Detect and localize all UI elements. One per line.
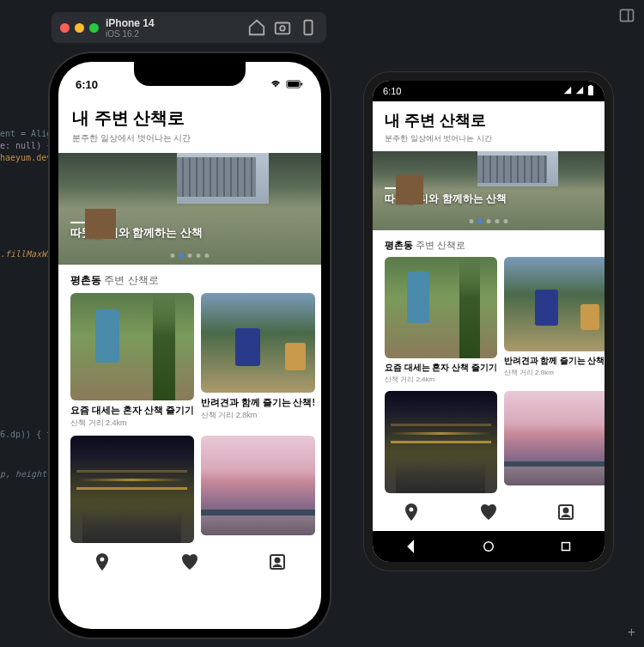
trail-card-image	[201, 293, 315, 393]
trail-card[interactable]: 요즘 대세는 혼자 산책 즐기기 산책 거리 2.4km	[70, 293, 194, 429]
svg-point-9	[276, 558, 280, 562]
trail-card-title: 반려견과 함께 즐기는 산책!	[504, 356, 605, 367]
hero-dot[interactable]	[487, 219, 491, 223]
simulator-os-version: iOS 16.2	[106, 29, 155, 39]
hero-dot[interactable]	[188, 253, 192, 258]
hero-dot[interactable]	[470, 219, 474, 223]
hero-caption: 따뜻한 티와 함께하는 산책	[70, 225, 203, 241]
app-content: 내 주변 산책로 분주한 일상에서 벗어나는 시간 따뜻한 티와 함께하는 산책…	[373, 101, 605, 531]
svg-rect-7	[301, 82, 303, 85]
simulator-toolbar: iPhone 14 iOS 16.2	[52, 12, 326, 43]
android-back-button[interactable]	[404, 539, 419, 554]
bottom-nav	[58, 543, 321, 584]
trail-card-distance: 산책 거리 2.4km	[70, 418, 194, 429]
android-home-button[interactable]	[481, 539, 496, 554]
app-header: 내 주변 산책로 분주한 일상에서 벗어나는 시간	[58, 100, 321, 153]
section-header: 평촌동 주변 산책로	[373, 230, 605, 257]
nav-heart-icon[interactable]	[478, 502, 499, 522]
android-recents-button[interactable]	[558, 539, 574, 554]
nav-location-icon[interactable]	[92, 552, 112, 572]
hero-dot[interactable]	[495, 219, 500, 223]
android-status-bar: 6:10	[373, 81, 605, 101]
minimize-window-button[interactable]	[75, 23, 84, 33]
app-content: 내 주변 산책로 분주한 일상에서 벗어나는 시간 따뜻한 티와 함께하는 산책…	[58, 100, 321, 584]
trail-card[interactable]: 반려견과 함께 즐기는 산책! 산책 거리 2.8km	[201, 293, 315, 429]
wifi-icon	[270, 78, 282, 91]
svg-rect-0	[621, 9, 634, 21]
hero-dot-active[interactable]	[478, 219, 483, 223]
hero-dot[interactable]	[197, 253, 201, 258]
trail-card-image	[70, 436, 194, 543]
trail-card-image	[201, 436, 315, 535]
hero-dot[interactable]	[504, 219, 508, 223]
trail-card-image	[504, 257, 605, 351]
signal-icon	[575, 86, 584, 96]
home-button[interactable]	[247, 18, 266, 37]
trail-card-grid: 요즘 대세는 혼자 산책 즐기기 산책 거리 2.4km 반려견과 함께 즐기는…	[58, 293, 321, 543]
nav-location-icon[interactable]	[401, 502, 422, 522]
nav-heart-icon[interactable]	[179, 552, 200, 572]
trail-card[interactable]: 요즘 대세는 혼자 산책 즐기기 산책 거리 2.4km	[385, 257, 497, 385]
code-fragment: .fillMaxWi	[0, 249, 52, 259]
trail-card-title: 요즘 대세는 혼자 산책 즐기기	[70, 405, 194, 417]
trail-card-image	[70, 293, 194, 400]
simulator-device-name: iPhone 14	[106, 17, 155, 29]
trail-card[interactable]	[201, 436, 315, 543]
android-system-nav	[373, 531, 605, 562]
trail-card[interactable]	[385, 391, 497, 493]
panel-toggle-icon[interactable]	[618, 7, 635, 24]
hero-banner[interactable]: 따뜻한 티와 함께하는 산책	[58, 153, 321, 265]
svg-rect-11	[590, 85, 592, 86]
code-fragment: 6.dp)) { t	[0, 430, 52, 439]
code-fragment: e: null) {	[0, 141, 52, 150]
code-fragment: p, height	[0, 469, 46, 479]
trail-card[interactable]	[504, 391, 605, 493]
hero-dot[interactable]	[205, 253, 210, 258]
hero-banner[interactable]: 따뜻한 티와 함께하는 산책	[373, 151, 605, 230]
signal-icon	[563, 86, 572, 96]
trail-card[interactable]	[70, 436, 194, 543]
hero-image-detail	[177, 157, 256, 197]
trail-card-distance: 산책 거리 2.8km	[504, 368, 605, 377]
svg-rect-15	[562, 543, 570, 551]
trail-card-image	[385, 257, 497, 359]
hero-dot[interactable]	[171, 253, 175, 258]
hero-accent-line	[385, 187, 407, 189]
hero-caption: 따뜻한 티와 함께하는 산책	[385, 192, 507, 206]
trail-card-distance: 산책 거리 2.4km	[385, 375, 497, 384]
location-name: 평촌동	[70, 274, 101, 286]
android-screen: 6:10 내 주변 산책로 분주한 일상에서 벗어나는 시간 따뜻한 티와 함께…	[373, 81, 605, 562]
hero-accent-line	[70, 222, 93, 223]
svg-rect-10	[588, 86, 593, 95]
screenshot-button[interactable]	[273, 18, 292, 37]
fullscreen-window-button[interactable]	[89, 23, 99, 33]
hero-dot-active[interactable]	[179, 253, 184, 258]
nav-profile-icon[interactable]	[267, 552, 288, 572]
trail-card[interactable]: 반려견과 함께 즐기는 산책! 산책 거리 2.8km	[504, 257, 605, 385]
battery-icon	[285, 78, 304, 91]
close-window-button[interactable]	[60, 23, 70, 33]
android-device-frame: 6:10 내 주변 산책로 분주한 일상에서 벗어나는 시간 따뜻한 티와 함께…	[364, 72, 613, 571]
svg-rect-4	[304, 21, 312, 35]
section-header: 평촌동 주변 산책로	[58, 265, 321, 293]
iphone-notch	[134, 62, 246, 86]
trail-card-distance: 산책 거리 2.8km	[201, 410, 315, 421]
trail-card-title: 요즘 대세는 혼자 산책 즐기기	[385, 363, 497, 374]
hero-pagination	[470, 219, 508, 223]
nav-profile-icon[interactable]	[556, 502, 576, 522]
section-suffix-text: 주변 산책로	[104, 274, 158, 286]
hero-image-detail	[477, 156, 547, 183]
page-subtitle: 분주한 일상에서 벗어나는 시간	[72, 132, 307, 144]
app-header: 내 주변 산책로 분주한 일상에서 벗어나는 시간	[373, 101, 605, 151]
code-fragment: haeyum.dev	[0, 153, 52, 162]
iphone-device-frame: 6:10 내 주변 산책로 분주한 일상에서 벗어나는 시간 따뜻한 티와 함께…	[50, 53, 330, 638]
bottom-nav	[373, 493, 605, 531]
trail-card-image	[504, 391, 605, 485]
location-name: 평촌동	[385, 240, 413, 250]
add-icon[interactable]: +	[628, 625, 635, 640]
trail-card-grid: 요즘 대세는 혼자 산책 즐기기 산책 거리 2.4km 반려견과 함께 즐기는…	[373, 257, 605, 493]
page-subtitle: 분주한 일상에서 벗어나는 시간	[385, 133, 592, 144]
battery-icon	[587, 85, 594, 97]
portrait-button[interactable]	[299, 18, 318, 37]
svg-rect-6	[288, 82, 299, 87]
